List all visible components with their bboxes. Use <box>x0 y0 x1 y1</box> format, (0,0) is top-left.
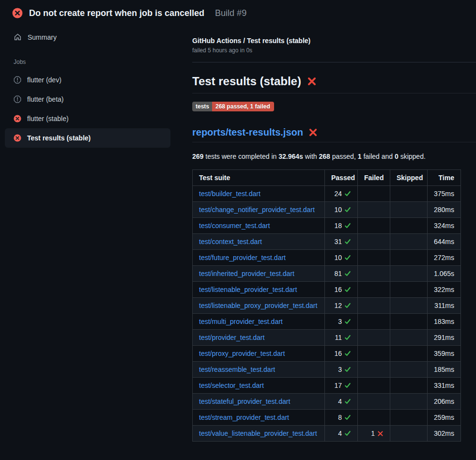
suite-cell: test/multi_provider_test.dart <box>193 313 325 329</box>
check-icon <box>342 190 351 198</box>
page-title: Do not create report when job is cancell… <box>29 8 204 18</box>
test-suite-link[interactable]: test/reassemble_test.dart <box>199 366 275 373</box>
sidebar-item-summary[interactable]: Summary <box>0 30 184 44</box>
test-suite-link[interactable]: test/selector_test.dart <box>199 382 264 389</box>
time-cell: 322ms <box>428 281 461 297</box>
count-value: 4 <box>338 398 342 405</box>
skipped-cell <box>390 233 428 249</box>
sidebar-item-job[interactable]: flutter (dev) <box>5 70 170 90</box>
skipped-cell <box>390 265 428 281</box>
check-icon <box>342 270 351 277</box>
sidebar-item-job[interactable]: flutter (beta) <box>5 90 170 109</box>
table-row: test/inherited_provider_test.dart811.065… <box>193 265 461 281</box>
test-summary-text: 269 tests were completed in 32.964s with… <box>192 153 476 160</box>
summary-part: tests were completed in <box>203 153 278 160</box>
time-cell: 359ms <box>428 345 461 361</box>
passed-cell: 31 <box>325 233 358 249</box>
test-suite-link[interactable]: test/future_provider_test.dart <box>199 254 286 261</box>
table-row: test/builder_test.dart24375ms <box>193 185 461 201</box>
summary-part: passed, <box>330 153 358 160</box>
passed-cell: 16 <box>325 281 358 297</box>
x-circle-icon <box>12 8 23 18</box>
cross-mark-icon <box>308 128 318 137</box>
count-value: 10 <box>334 206 342 214</box>
sidebar-item-job[interactable]: flutter (stable) <box>5 109 170 128</box>
table-row: test/multi_provider_test.dart3183ms <box>193 313 461 329</box>
summary-part: 32.964s <box>278 153 303 160</box>
table-row: test/context_test.dart31644ms <box>193 233 461 249</box>
test-suite-link[interactable]: test/consumer_test.dart <box>199 222 270 230</box>
table-row: test/listenable_provider_test.dart16322m… <box>193 281 461 297</box>
column-header: Test suite <box>193 169 325 185</box>
time-cell: 311ms <box>428 297 461 313</box>
failed-cell <box>358 217 390 233</box>
suite-cell: test/change_notifier_provider_test.dart <box>193 201 325 217</box>
time-cell: 1.065s <box>428 265 461 281</box>
test-suite-link[interactable]: test/stream_provider_test.dart <box>199 414 289 421</box>
report-file-link[interactable]: reports/test-results.json <box>192 127 303 138</box>
test-suite-link[interactable]: test/listenable_provider_test.dart <box>199 286 297 293</box>
test-suite-link[interactable]: test/provider_test.dart <box>199 334 264 341</box>
summary-part: 1 <box>358 153 362 160</box>
skipped-cell <box>390 201 428 217</box>
table-row: test/reassemble_test.dart3185ms <box>193 361 461 377</box>
stop-icon <box>14 95 21 103</box>
test-suite-link[interactable]: test/inherited_provider_test.dart <box>199 270 294 277</box>
count-value: 16 <box>334 350 342 357</box>
test-suite-link[interactable]: test/multi_provider_test.dart <box>199 318 283 325</box>
passed-cell: 10 <box>325 201 358 217</box>
time-cell: 183ms <box>428 313 461 329</box>
test-suite-link[interactable]: test/change_notifier_provider_test.dart <box>199 206 315 214</box>
home-icon <box>14 33 22 41</box>
badge-value: 268 passed, 1 failed <box>212 102 274 111</box>
table-row: test/stream_provider_test.dart8259ms <box>193 409 461 425</box>
check-icon <box>342 429 351 437</box>
test-results-table: Test suitePassedFailedSkippedTime test/b… <box>192 169 461 442</box>
suite-cell: test/stream_provider_test.dart <box>193 409 325 425</box>
count-value: 31 <box>334 238 342 245</box>
passed-cell: 3 <box>325 313 358 329</box>
test-suite-link[interactable]: test/proxy_provider_test.dart <box>199 350 285 357</box>
skipped-cell <box>390 377 428 393</box>
passed-cell: 3 <box>325 361 358 377</box>
test-suite-link[interactable]: test/builder_test.dart <box>199 190 261 198</box>
failed-cell <box>358 233 390 249</box>
failed-cell <box>358 345 390 361</box>
count-value: 10 <box>334 254 342 261</box>
job-label: Test results (stable) <box>27 134 91 142</box>
check-icon <box>342 206 351 214</box>
check-icon <box>342 302 351 309</box>
failed-cell <box>358 265 390 281</box>
table-row: test/consumer_test.dart18324ms <box>193 217 461 233</box>
table-row: test/value_listenable_provider_test.dart… <box>193 425 461 441</box>
table-header-row: Test suitePassedFailedSkippedTime <box>193 169 461 185</box>
check-icon <box>342 318 351 325</box>
test-suite-link[interactable]: test/context_test.dart <box>199 238 262 245</box>
count-value: 24 <box>334 190 342 198</box>
stop-icon <box>14 76 21 84</box>
skipped-cell <box>390 361 428 377</box>
suite-cell: test/builder_test.dart <box>193 185 325 201</box>
passed-cell: 4 <box>325 425 358 441</box>
check-icon <box>342 382 351 389</box>
failed-cell <box>358 329 390 345</box>
count-value: 16 <box>334 286 342 293</box>
test-suite-link[interactable]: test/stateful_provider_test.dart <box>199 398 290 405</box>
summary-part: with <box>303 153 319 160</box>
test-suite-link[interactable]: test/value_listenable_provider_test.dart <box>199 429 317 437</box>
passed-cell: 10 <box>325 249 358 265</box>
table-row: test/change_notifier_provider_test.dart1… <box>193 201 461 217</box>
test-suite-link[interactable]: test/listenable_proxy_provider_test.dart <box>199 302 317 309</box>
suite-cell: test/selector_test.dart <box>193 377 325 393</box>
suite-cell: test/stateful_provider_test.dart <box>193 393 325 409</box>
passed-cell: 81 <box>325 265 358 281</box>
failed-cell <box>358 249 390 265</box>
summary-part: 268 <box>319 153 330 160</box>
x-circle-icon <box>14 115 21 123</box>
passed-cell: 18 <box>325 217 358 233</box>
table-row: test/stateful_provider_test.dart4206ms <box>193 393 461 409</box>
passed-cell: 12 <box>325 297 358 313</box>
x-icon <box>375 429 384 437</box>
sidebar-item-job[interactable]: Test results (stable) <box>5 128 170 148</box>
suite-cell: test/value_listenable_provider_test.dart <box>193 425 325 441</box>
